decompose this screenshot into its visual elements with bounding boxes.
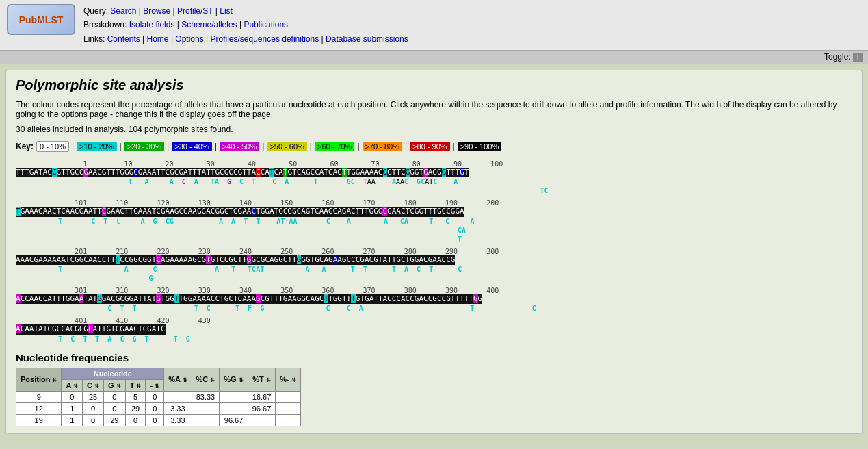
logo-mlst: MLST (37, 14, 63, 25)
link-isolate-fields[interactable]: Isolate fields (129, 20, 175, 29)
link-search[interactable]: Search (110, 6, 136, 16)
link-home[interactable]: Home (147, 34, 169, 44)
key-section: Key: 0 - 10% | >10 - 20% | >20 - 30% | >… (16, 141, 852, 152)
cell-pct-g: 96.67 (220, 414, 248, 426)
cell-g: 0 (104, 391, 126, 402)
breakdown-label: Breakdown: (83, 20, 127, 29)
cell-pct-a: 3.33 (164, 402, 192, 414)
cell-pct-t: 16.67 (248, 391, 276, 402)
seq-row-1: 1 10 20 30 40 50 60 70 80 90 100 TTTGATA… (16, 160, 852, 195)
seq-variants-1: T A A C A TA G C T C A T GC TAA AAAC GCA… (50, 177, 852, 186)
col-header-pct-gap[interactable]: %- ⇅ (276, 368, 301, 391)
cell-gap: 0 (146, 402, 164, 414)
seq-variants-2c: T (50, 235, 852, 244)
key-60-70: >60 - 70% (315, 142, 354, 151)
seq-row-2: 101 110 120 130 140 150 160 170 180 190 … (16, 199, 852, 243)
cell-pct-g (220, 402, 248, 414)
cell-t: 29 (125, 402, 146, 414)
cell-gap: 0 (146, 391, 164, 402)
table-row: 12 1 0 0 29 0 3.33 96.67 (16, 402, 301, 414)
table-row: 19 1 0 29 0 0 3.33 96.67 (16, 414, 301, 426)
seq-variants-3b: G (50, 274, 852, 283)
main-content: Polymorphic site analysis The colour cod… (5, 70, 863, 433)
seq-variants-3: T A C A T TCAT A A T T T A C T C (50, 265, 852, 274)
cell-pct-gap (276, 414, 301, 426)
link-profiles-sequences[interactable]: Profiles/sequences definitions (211, 34, 319, 44)
col-header-a[interactable]: A ⇅ (62, 379, 83, 391)
col-header-c[interactable]: C ⇅ (83, 379, 104, 391)
col-header-pct-a[interactable]: %A ⇅ (164, 368, 192, 391)
seq-bases-5[interactable]: ACAATATCGCCACGCGCATTGTCGAACTCGATC (16, 324, 166, 334)
seq-bases-2[interactable]: TGAAAGAACTCAACGAATTCGAACTTGAAATCGAAGCGAA… (16, 207, 464, 216)
cell-position[interactable]: 9 (16, 391, 62, 402)
cell-c: 25 (83, 391, 104, 402)
col-header-t[interactable]: T ⇅ (125, 379, 146, 391)
seq-line-4: ACCAACCATTTGGAATATGGACGCGGATTATGTGGTTGGA… (16, 294, 852, 304)
link-list[interactable]: List (220, 6, 233, 16)
link-profile-st[interactable]: Profile/ST (177, 6, 213, 16)
link-publications[interactable]: Publications (244, 20, 288, 29)
seq-numbers-1: 1 10 20 30 40 50 60 70 80 90 100 (50, 160, 852, 168)
seq-bases-1[interactable]: TTTGATACCGTTGCCGAAGGTTTGGGCGAAATTCGCGATT… (16, 168, 469, 177)
col-header-gap[interactable]: - ⇅ (146, 379, 164, 391)
cell-g: 0 (104, 402, 126, 414)
cell-position[interactable]: 19 (16, 414, 62, 426)
cell-pct-g (220, 391, 248, 402)
cell-c: 0 (83, 414, 104, 426)
seq-numbers-3: 201 210 220 230 240 250 260 270 280 290 … (50, 248, 852, 255)
link-database-submissions[interactable]: Database submissions (326, 34, 408, 44)
seq-variants-2b: CA (50, 226, 852, 235)
key-80-90: >80 - 90% (410, 142, 449, 151)
seq-numbers-2: 101 110 120 130 140 150 160 170 180 190 … (50, 199, 852, 207)
col-header-pct-t[interactable]: %T ⇅ (248, 368, 276, 391)
query-label: Query: (83, 6, 108, 16)
seq-line-1: TTTGATACCGTTGCCGAAGGTTTGGGCGAAATTCGCGATT… (16, 168, 852, 177)
key-20-30: >20 - 30% (124, 142, 164, 151)
cell-a: 1 (62, 414, 83, 426)
col-header-position[interactable]: Position ⇅ (16, 368, 62, 391)
col-header-nucleotide: Nucleotide (62, 368, 164, 379)
link-contents[interactable]: Contents (107, 34, 140, 44)
cell-pct-gap (276, 391, 301, 402)
toggle-icon[interactable]: i (853, 53, 863, 62)
freq-section: Nucleotide frequencies Position ⇅ Nucleo… (16, 352, 852, 426)
link-browse[interactable]: Browse (143, 6, 170, 16)
header: PubMLST Query: Search | Browse | Profile… (0, 0, 868, 51)
query-row: Query: Search | Browse | Profile/ST | Li… (83, 4, 408, 18)
seq-variants-4: C T T T C T F G C C A T C (50, 304, 852, 313)
cell-pct-c (192, 414, 220, 426)
cell-pct-a (164, 391, 192, 402)
cell-pct-a: 3.33 (164, 414, 192, 426)
breakdown-row: Breakdown: Isolate fields | Scheme/allel… (83, 18, 408, 31)
seq-row-5: 401 410 420 430 ACAATATCGCCACGCGCATTGTCG… (16, 317, 852, 343)
summary: 30 alleles included in analysis. 104 pol… (16, 125, 852, 134)
link-scheme-alleles[interactable]: Scheme/alleles (181, 20, 237, 29)
key-40-50: >40 - 50% (220, 142, 259, 151)
cell-gap: 0 (146, 414, 164, 426)
col-header-pct-c[interactable]: %C ⇅ (192, 368, 220, 391)
seq-variants-5: T C T T A C G T T G (50, 335, 852, 344)
key-label: Key: (16, 142, 34, 151)
key-30-40: >30 - 40% (172, 142, 211, 151)
page-title: Polymorphic site analysis (16, 77, 852, 93)
key-90-100: >90 - 100% (458, 142, 502, 151)
toggle-label: Toggle: (824, 52, 851, 62)
cell-g: 29 (104, 414, 126, 426)
seq-numbers-5: 401 410 420 430 (50, 317, 852, 324)
key-0-10: 0 - 10% (36, 141, 69, 152)
cell-a: 1 (62, 402, 83, 414)
seq-variants-1b: TC (50, 186, 852, 195)
description: The colour codes represent the percentag… (16, 100, 852, 119)
key-70-80: >70 - 80% (363, 142, 402, 151)
cell-position[interactable]: 12 (16, 402, 62, 414)
toggle-bar: Toggle: i (0, 51, 868, 64)
link-options[interactable]: Options (175, 34, 203, 44)
col-header-g[interactable]: G ⇅ (104, 379, 126, 391)
cell-pct-c (192, 402, 220, 414)
freq-table: Position ⇅ Nucleotide %A ⇅ %C ⇅ %G ⇅ %T … (16, 368, 301, 426)
cell-pct-c: 83.33 (192, 391, 220, 402)
seq-bases-4[interactable]: ACCAACCATTTGGAATATGGACGCGGATTATGTGGTTGGA… (16, 294, 482, 304)
seq-bases-3[interactable]: AAACGAAAAAATCGGCAACCTTTCCGGCGGTCAGAAAAAG… (16, 255, 455, 265)
col-header-pct-g[interactable]: %G ⇅ (220, 368, 248, 391)
cell-pct-t (248, 414, 276, 426)
